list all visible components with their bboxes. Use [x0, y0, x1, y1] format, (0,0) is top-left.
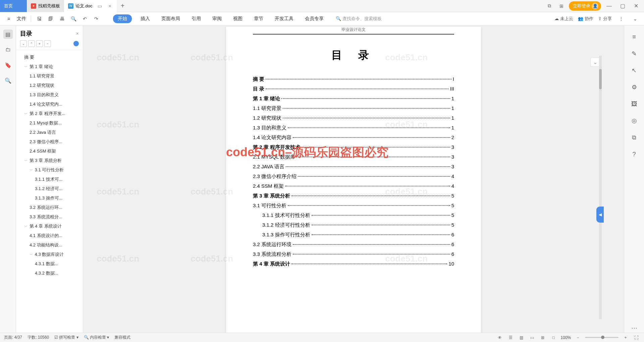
remove-icon[interactable]: −: [44, 40, 51, 47]
outline-close-icon[interactable]: ×: [76, 31, 79, 36]
collapse-all-icon[interactable]: ⌄: [20, 40, 27, 47]
tab-add-button[interactable]: +: [117, 0, 129, 12]
add-icon[interactable]: +: [36, 40, 43, 47]
outline-item[interactable]: 2.2 Java 语言: [17, 128, 82, 137]
menu-ref[interactable]: 引用: [189, 14, 204, 23]
zoom-value[interactable]: 100%: [560, 335, 571, 340]
outline-rail-icon[interactable]: ▤: [3, 30, 13, 39]
toc-entry[interactable]: 1.4 论文研究内容2: [253, 134, 454, 141]
outline-item[interactable]: 1.3 目的和意义: [17, 90, 82, 100]
toc-entry[interactable]: 1.3 目的和意义1: [253, 125, 454, 131]
outline-item[interactable]: ﹀ 4.3 数据库设计: [17, 250, 82, 259]
menu-layout[interactable]: 页面布局: [159, 14, 183, 23]
outline-tree[interactable]: 摘 要﹀ 第 1 章 绪论1.1 研究背景1.2 研究现状1.3 目的和意义1.…: [16, 50, 83, 333]
menu-view[interactable]: 视图: [230, 14, 245, 23]
more-icon[interactable]: ⋮: [616, 14, 626, 23]
cursor-icon[interactable]: ↖: [630, 66, 639, 75]
tab-document[interactable]: W 论文.doc ▭ ×: [64, 0, 117, 12]
float-menu-icon[interactable]: ⌄: [590, 57, 600, 67]
window-minimize-icon[interactable]: —: [604, 1, 614, 11]
toc-entry[interactable]: 第 1 章 绪论1: [253, 96, 454, 102]
toc-entry[interactable]: 摘 要I: [253, 76, 454, 82]
layout-icon[interactable]: ⧉: [545, 1, 554, 11]
side-tab-icon[interactable]: ◀: [596, 207, 604, 223]
toc-entry[interactable]: 3.1.1 技术可行性分析5: [253, 212, 454, 219]
tab-template[interactable]: ✦ 找稻壳模板: [27, 0, 64, 12]
preview-icon[interactable]: 🔍: [69, 14, 78, 23]
menu-icon[interactable]: ≡: [4, 14, 13, 23]
menu-chapter[interactable]: 章节: [251, 14, 266, 23]
command-search[interactable]: 🔍 查找命令、搜索模板: [336, 16, 382, 22]
login-button[interactable]: 立即登录 👤: [569, 1, 601, 11]
tab-home[interactable]: 首页: [0, 0, 27, 12]
search-rail-icon[interactable]: 🔍: [3, 76, 13, 85]
undo-icon[interactable]: ↶: [80, 14, 90, 23]
view1-icon[interactable]: ☰: [507, 334, 514, 341]
view5-icon[interactable]: □: [550, 334, 557, 341]
outline-item[interactable]: 摘 要: [17, 53, 82, 62]
device-icon[interactable]: ⧉: [630, 133, 639, 142]
settings-icon[interactable]: ⚙: [630, 82, 639, 92]
redo-icon[interactable]: ↷: [92, 14, 101, 23]
collapse-ribbon-icon[interactable]: ⌄: [631, 14, 640, 23]
save-as-icon[interactable]: 🗐: [46, 14, 55, 23]
toc-entry[interactable]: 3.1.3 操作可行性分析6: [253, 232, 454, 238]
toc-entry[interactable]: 1.2 研究现状1: [253, 115, 454, 121]
share-button[interactable]: ⇪分享: [598, 16, 612, 22]
apps-icon[interactable]: ⊞: [557, 1, 566, 11]
menu-dev[interactable]: 开发工具: [272, 14, 296, 23]
toc-entry[interactable]: 3.3 系统流程分析6: [253, 251, 454, 258]
outline-item[interactable]: 4.3.1 数据...: [17, 259, 82, 269]
toc-entry[interactable]: 第 4 章 系统设计10: [253, 261, 454, 267]
menu-member[interactable]: 会员专享: [302, 14, 326, 23]
outline-item[interactable]: 3.1.1 技术可...: [17, 175, 82, 184]
cloud-status[interactable]: ☁未上云: [554, 16, 573, 22]
outline-item[interactable]: ﹀ 第 1 章 绪论: [17, 62, 82, 71]
outline-item[interactable]: 1.1 研究背景: [17, 71, 82, 81]
window-maximize-icon[interactable]: ▢: [617, 1, 628, 11]
bookmark-rail-icon[interactable]: 🔖: [3, 60, 13, 70]
outline-item[interactable]: 2.3 微信小程序...: [17, 137, 82, 147]
save-icon[interactable]: 🖫: [35, 14, 44, 23]
spell-check[interactable]: ☑ 拼写检查 ▾: [54, 335, 78, 340]
scrollbar-thumb[interactable]: [599, 69, 602, 89]
fullscreen-icon[interactable]: ⛶: [633, 334, 640, 341]
pen-icon[interactable]: ✎: [630, 49, 639, 58]
toc-entry[interactable]: 3.1 可行性分析5: [253, 203, 454, 209]
outline-item[interactable]: 4.3.2 数据...: [17, 269, 82, 278]
toc-entry[interactable]: 3.2 系统运行环境6: [253, 241, 454, 248]
toc-entry[interactable]: 2.2 JAVA 语言3: [253, 164, 454, 170]
outline-item[interactable]: 1.4 论文研究内...: [17, 100, 82, 109]
tab-close-icon[interactable]: ×: [107, 3, 113, 9]
outline-item[interactable]: ﹀ 3.1 可行性分析: [17, 165, 82, 175]
toc-entry[interactable]: 3.1.2 经济可行性分析5: [253, 222, 454, 228]
pages-rail-icon[interactable]: 🗀: [3, 45, 13, 54]
outline-item[interactable]: 2.1 Mysql 数据...: [17, 118, 82, 128]
menu-insert[interactable]: 插入: [138, 14, 153, 23]
menu-review[interactable]: 审阅: [210, 14, 224, 23]
expand-all-icon[interactable]: ⌃: [28, 40, 35, 47]
outline-item[interactable]: 3.1.3 操作可...: [17, 193, 82, 203]
print-icon[interactable]: 🖶: [57, 14, 67, 23]
view2-icon[interactable]: ▥: [518, 334, 525, 341]
window-close-icon[interactable]: ✕: [631, 1, 641, 11]
file-menu[interactable]: 文件: [15, 16, 28, 22]
hamburger-icon[interactable]: ≡: [630, 32, 639, 42]
outline-item[interactable]: 3.2 系统运行环...: [17, 203, 82, 212]
outline-item[interactable]: ﹀ 第 4 章 系统设计: [17, 222, 82, 231]
slider-thumb[interactable]: [601, 336, 604, 339]
toc-entry[interactable]: 1.1 研究背景1: [253, 105, 454, 112]
outline-item[interactable]: 1.2 研究现状: [17, 81, 82, 90]
outline-item[interactable]: 2.4 SSM 框架: [17, 147, 82, 156]
target-icon[interactable]: ◎: [630, 116, 639, 125]
document-area[interactable]: 毕业设计论文 目 录 摘 要I目 录III第 1 章 绪论11.1 研究背景11…: [83, 25, 624, 333]
menu-start[interactable]: 开始: [113, 14, 132, 23]
outline-item[interactable]: ﹀ 第 3 章 系统分析: [17, 156, 82, 165]
image-icon[interactable]: 🖼: [630, 99, 639, 109]
view3-icon[interactable]: ▭: [528, 334, 536, 341]
tab-maximize-icon[interactable]: ▭: [97, 3, 103, 9]
toc-entry[interactable]: 2.3 微信小程序介绍4: [253, 173, 454, 180]
outline-item[interactable]: ﹀ 第 2 章 程序开发...: [17, 109, 82, 118]
more-tools-icon[interactable]: ⋯: [630, 323, 639, 333]
compat-mode[interactable]: 兼容模式: [114, 335, 130, 340]
